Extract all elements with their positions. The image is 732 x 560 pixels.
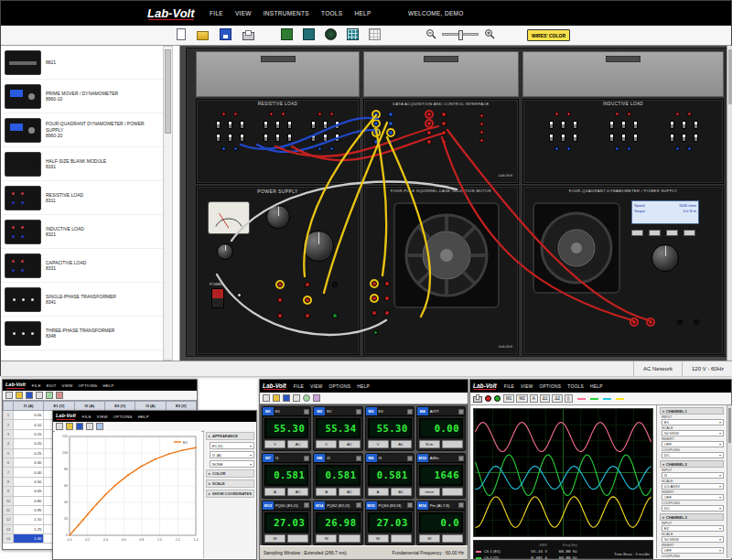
frequency-knob[interactable] — [217, 243, 233, 260]
channel-invert-select[interactable]: OFF▾ — [662, 441, 724, 447]
terminal-red[interactable] — [426, 112, 432, 117]
meter-unit-button[interactable]: V — [264, 440, 285, 448]
run-button[interactable] — [494, 395, 501, 402]
terminal-blue[interactable] — [388, 139, 393, 145]
menu-instruments[interactable]: INSTRUMENTS — [264, 10, 309, 16]
graph-window-icon[interactable] — [369, 28, 381, 40]
table-header-cell[interactable]: I1 (A) — [14, 402, 44, 411]
terminal-blue[interactable] — [388, 130, 393, 135]
load-switch[interactable] — [275, 121, 280, 129]
row-index[interactable]: 5 — [4, 448, 14, 458]
print-icon[interactable] — [473, 396, 482, 403]
row-index[interactable]: 12 — [4, 515, 14, 524]
menu-view[interactable]: VIEW — [235, 10, 252, 16]
row-index[interactable]: 7 — [4, 468, 14, 477]
table-cell[interactable]: 0.10 — [14, 420, 44, 429]
terminal-blue[interactable] — [566, 146, 571, 151]
power-switch[interactable] — [211, 288, 224, 308]
menu-view[interactable]: VIEW — [310, 384, 322, 389]
motor-terminal[interactable] — [371, 281, 377, 286]
settings-group-appearance[interactable]: ▸APPEARANCE — [206, 432, 254, 440]
load-section[interactable] — [670, 112, 698, 151]
meter-mode-button[interactable]: AC — [391, 488, 412, 496]
voltage-control-knob[interactable] — [303, 231, 334, 262]
row-index[interactable]: 11 — [4, 505, 14, 514]
meter-unit-button[interactable]: W — [419, 534, 440, 543]
row-index[interactable]: 14 — [4, 534, 14, 544]
zoom-in-icon[interactable] — [484, 28, 495, 39]
meter-menu-button[interactable] — [356, 502, 361, 508]
supply-terminal[interactable] — [277, 313, 283, 318]
meter-unit-button[interactable]: W — [264, 534, 285, 543]
zoom-slider-thumb[interactable] — [458, 30, 463, 40]
table-header-cell[interactable]: I2 (A) — [74, 402, 104, 411]
terminal-red[interactable] — [675, 112, 680, 116]
menu-edit[interactable]: EDIT — [47, 383, 57, 388]
table-cell[interactable]: 0.65 — [14, 487, 44, 496]
meter-mode-button[interactable]: AC — [391, 440, 412, 448]
terminal-blue[interactable] — [281, 146, 285, 151]
terminal-red[interactable] — [426, 139, 432, 145]
metering-titlebar[interactable]: Lab-Volt FILEVIEWOPTIONSHELP — [260, 380, 468, 393]
table-cell[interactable]: 0.50 — [14, 477, 44, 486]
dyno-function-button[interactable] — [684, 230, 695, 236]
neutral-terminal[interactable] — [332, 282, 338, 287]
load-switch[interactable] — [609, 121, 614, 129]
terminal-red[interactable] — [554, 112, 559, 116]
equipment-item[interactable]: THREE-PHASE TRANSFORMER8348 — [1, 317, 163, 350]
meter-mode-button[interactable] — [391, 534, 412, 543]
clear-data-icon[interactable] — [56, 392, 63, 399]
load-section[interactable] — [264, 112, 292, 151]
workspace-scrollbar[interactable] — [727, 46, 732, 361]
table-cell[interactable]: 1.25 — [14, 524, 44, 533]
meter-menu-button[interactable] — [304, 409, 309, 415]
menu-help[interactable]: HELP — [102, 383, 113, 388]
table-cell[interactable]: 1.40 — [14, 534, 44, 544]
equipment-item[interactable]: SINGLE-PHASE TRANSFORMER8341 — [1, 283, 163, 317]
table-titlebar[interactable]: Lab-Volt FILEEDITVIEWOPTIONSHELP — [3, 380, 197, 391]
terminal-red[interactable] — [318, 112, 322, 116]
load-switch[interactable] — [240, 134, 244, 142]
supply-terminal[interactable] — [305, 297, 310, 303]
settings-group-color[interactable]: ▸COLOR — [206, 469, 254, 478]
load-section[interactable] — [311, 112, 339, 151]
load-switch[interactable] — [228, 121, 232, 129]
menu-tools[interactable]: TOOLS — [321, 10, 342, 16]
cursor-1-button[interactable]: Δ1 — [540, 394, 551, 403]
menu-options[interactable]: OPTIONS — [329, 384, 351, 389]
load-switch[interactable] — [621, 134, 626, 142]
meter-menu-button[interactable] — [458, 456, 464, 461]
m1-button[interactable]: M1 — [503, 394, 514, 403]
meter-mode-button[interactable]: AC — [287, 440, 308, 448]
channel-input-select[interactable]: E2▾ — [662, 525, 724, 532]
dyno-function-button[interactable] — [666, 230, 678, 236]
channel-scale-select[interactable]: 50 V/DIV▾ — [662, 430, 724, 436]
meter-unit-button[interactable]: A — [368, 488, 389, 496]
scrollbar-thumb[interactable] — [728, 49, 732, 104]
equipment-item[interactable]: RESISTIVE LOAD8311 — [1, 181, 163, 215]
load-switch[interactable] — [549, 121, 554, 129]
motor-terminal[interactable] — [371, 310, 377, 316]
load-switch[interactable] — [670, 121, 674, 129]
zoom-out-icon[interactable] — [425, 28, 436, 39]
menu-help[interactable]: HELP — [357, 384, 370, 389]
meter-menu-button[interactable] — [356, 456, 361, 461]
load-switch[interactable] — [670, 134, 674, 142]
table-cell[interactable]: 0.05 — [14, 411, 44, 420]
meter-menu-button[interactable] — [304, 502, 309, 508]
meter-mode-button[interactable] — [442, 440, 463, 448]
meter-menu-button[interactable] — [304, 456, 309, 461]
menu-view[interactable]: VIEW — [97, 415, 108, 419]
motor-terminal[interactable] — [371, 296, 377, 301]
row-index[interactable]: 2 — [4, 420, 14, 429]
load-switch[interactable] — [287, 121, 292, 129]
load-switch[interactable] — [311, 121, 316, 129]
open-icon[interactable] — [66, 423, 73, 430]
meter-unit-button[interactable]: V — [368, 440, 389, 448]
menu-options[interactable]: OPTIONS — [540, 384, 562, 389]
row-index[interactable]: 6 — [4, 458, 14, 467]
open-file-icon[interactable] — [197, 31, 209, 40]
dyno-terminal[interactable] — [694, 319, 699, 325]
load-switch[interactable] — [633, 134, 638, 142]
meter-menu-button[interactable] — [458, 409, 464, 415]
